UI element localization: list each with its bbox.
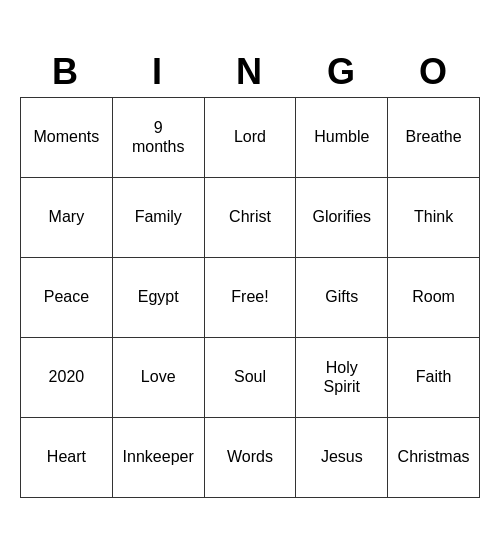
- cell-r1-c2: Christ: [205, 178, 297, 258]
- cell-r2-c3: Gifts: [296, 258, 388, 338]
- header-letter: N: [204, 47, 296, 97]
- cell-r0-c4: Breathe: [388, 98, 480, 178]
- cell-r3-c4: Faith: [388, 338, 480, 418]
- cell-r4-c1: Innkeeper: [113, 418, 205, 498]
- cell-r1-c3: Glorifies: [296, 178, 388, 258]
- cell-r1-c0: Mary: [21, 178, 113, 258]
- cell-r4-c0: Heart: [21, 418, 113, 498]
- cell-r0-c2: Lord: [205, 98, 297, 178]
- cell-r4-c3: Jesus: [296, 418, 388, 498]
- cell-r3-c2: Soul: [205, 338, 297, 418]
- header-letter: I: [112, 47, 204, 97]
- header-letter: O: [388, 47, 480, 97]
- cell-r3-c0: 2020: [21, 338, 113, 418]
- bingo-header: BINGO: [20, 47, 480, 97]
- cell-r0-c3: Humble: [296, 98, 388, 178]
- cell-r1-c1: Family: [113, 178, 205, 258]
- bingo-grid: Moments9monthsLordHumbleBreatheMaryFamil…: [20, 97, 480, 498]
- cell-r0-c1: 9months: [113, 98, 205, 178]
- cell-r3-c1: Love: [113, 338, 205, 418]
- cell-r4-c2: Words: [205, 418, 297, 498]
- cell-r2-c2: Free!: [205, 258, 297, 338]
- header-letter: G: [296, 47, 388, 97]
- cell-r2-c1: Egypt: [113, 258, 205, 338]
- cell-r0-c0: Moments: [21, 98, 113, 178]
- cell-r4-c4: Christmas: [388, 418, 480, 498]
- cell-r3-c3: HolySpirit: [296, 338, 388, 418]
- header-letter: B: [20, 47, 112, 97]
- bingo-card: BINGO Moments9monthsLordHumbleBreatheMar…: [20, 47, 480, 498]
- cell-r1-c4: Think: [388, 178, 480, 258]
- cell-r2-c4: Room: [388, 258, 480, 338]
- cell-r2-c0: Peace: [21, 258, 113, 338]
